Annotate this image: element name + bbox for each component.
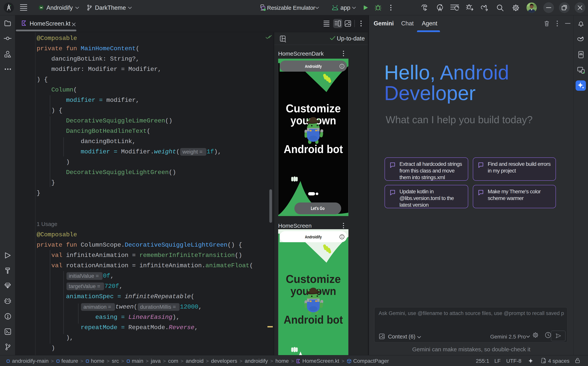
svg-text:Androidify: Androidify xyxy=(305,235,322,239)
svg-text:Customize: Customize xyxy=(286,273,341,285)
svg-text:Android bot: Android bot xyxy=(284,313,343,326)
svg-text:Androidify: Androidify xyxy=(305,64,322,69)
svg-text:Android bot: Android bot xyxy=(284,143,343,155)
svg-text:Customize: Customize xyxy=(286,102,341,115)
svg-text:Let's Go: Let's Go xyxy=(311,206,325,211)
